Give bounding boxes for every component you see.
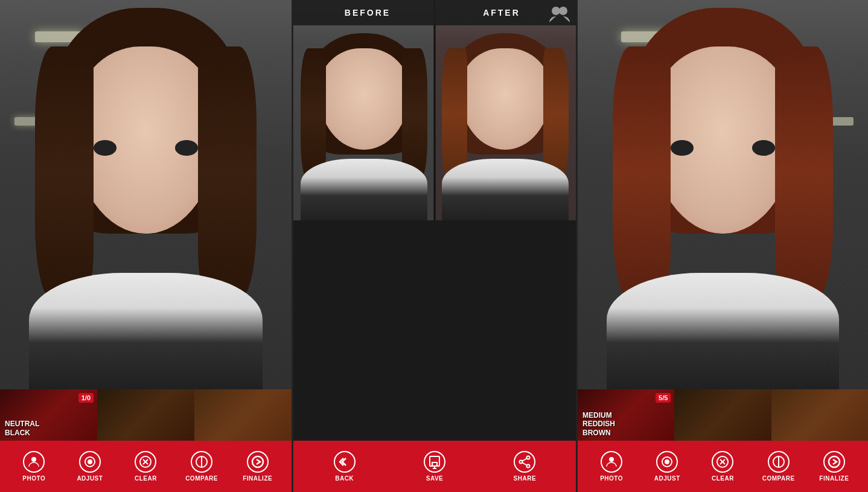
right-toolbar-photo[interactable]: PHOTO bbox=[593, 451, 630, 482]
svg-point-9 bbox=[552, 7, 560, 15]
color-label: NEUTRALBLACK bbox=[5, 420, 39, 437]
right-color-label: MEDIUMREDDISHBROWN bbox=[582, 411, 615, 437]
left-toolbar-finalize[interactable]: FINALIZE bbox=[240, 451, 276, 482]
svg-point-2 bbox=[88, 460, 92, 464]
left-toolbar-clear-label: CLEAR bbox=[135, 475, 157, 482]
left-toolbar-compare[interactable]: COMPARE bbox=[183, 451, 220, 482]
swatch-badge: 1/0 bbox=[78, 393, 94, 403]
svg-point-20 bbox=[665, 460, 669, 464]
left-photo-area bbox=[0, 0, 292, 389]
right-toolbar-clear-label: CLEAR bbox=[712, 475, 734, 482]
adjust-icon bbox=[79, 451, 101, 473]
center-dark-spacer bbox=[293, 220, 576, 441]
left-toolbar: PHOTO ADJUST bbox=[0, 441, 292, 492]
svg-line-17 bbox=[523, 463, 527, 465]
right-adjust-icon bbox=[656, 451, 678, 473]
compare-area: BEFORE AFTER bbox=[293, 0, 576, 220]
center-toolbar-save-label: SAVE bbox=[426, 475, 444, 482]
center-toolbar-share[interactable]: SHARE bbox=[506, 451, 543, 482]
right-toolbar-compare[interactable]: COMPARE bbox=[761, 451, 797, 482]
right-toolbar-adjust[interactable]: ADJUST bbox=[649, 451, 685, 482]
right-swatch-dark-brown[interactable] bbox=[674, 389, 771, 441]
center-toolbar-save[interactable]: SAVE bbox=[416, 451, 453, 482]
left-toolbar-photo-label: PHOTO bbox=[22, 475, 45, 482]
right-finalize-icon bbox=[823, 451, 845, 473]
right-toolbar-compare-label: COMPARE bbox=[762, 475, 795, 482]
left-toolbar-adjust-label: ADJUST bbox=[77, 475, 103, 482]
right-bottom-bar: 5/5 MEDIUMREDDISHBROWN PHOTO bbox=[578, 389, 868, 492]
left-panel: 1/0 NEUTRALBLACK PHOTO bbox=[0, 0, 292, 492]
svg-point-18 bbox=[609, 457, 614, 462]
right-photo-area bbox=[578, 0, 868, 389]
right-panel: 5/5 MEDIUMREDDISHBROWN PHOTO bbox=[578, 0, 868, 492]
left-toolbar-adjust[interactable]: ADJUST bbox=[72, 451, 108, 482]
right-toolbar-clear[interactable]: CLEAR bbox=[704, 451, 741, 482]
compare-icon bbox=[191, 451, 212, 473]
svg-rect-11 bbox=[430, 456, 439, 466]
center-toolbar: BACK SAVE bbox=[293, 441, 576, 492]
finalize-icon bbox=[247, 451, 269, 473]
left-toolbar-finalize-label: FINALIZE bbox=[243, 475, 272, 482]
back-icon bbox=[334, 451, 356, 473]
right-person-icon bbox=[601, 451, 622, 473]
left-toolbar-photo[interactable]: PHOTO bbox=[16, 451, 52, 482]
right-clear-icon bbox=[712, 451, 733, 473]
svg-point-26 bbox=[829, 456, 840, 467]
right-toolbar-photo-label: PHOTO bbox=[600, 475, 623, 482]
right-color-swatches: 5/5 MEDIUMREDDISHBROWN bbox=[578, 389, 868, 441]
right-toolbar-adjust-label: ADJUST bbox=[654, 475, 680, 482]
clear-icon bbox=[135, 451, 156, 473]
swatch-dark-brown[interactable] bbox=[97, 389, 194, 441]
compare-divider bbox=[434, 0, 436, 220]
left-toolbar-compare-label: COMPARE bbox=[185, 475, 218, 482]
svg-point-8 bbox=[252, 456, 263, 467]
svg-point-13 bbox=[527, 456, 530, 459]
center-toolbar-back-label: BACK bbox=[335, 475, 354, 482]
svg-line-16 bbox=[523, 459, 527, 461]
before-label: BEFORE bbox=[301, 8, 435, 18]
left-bottom-bar: 1/0 NEUTRALBLACK PHOTO bbox=[0, 389, 292, 492]
right-compare-icon bbox=[768, 451, 790, 473]
left-color-swatches: 1/0 NEUTRALBLACK bbox=[0, 389, 292, 441]
compare-after-photo bbox=[435, 0, 576, 220]
right-toolbar-finalize-label: FINALIZE bbox=[819, 475, 849, 482]
left-toolbar-clear[interactable]: CLEAR bbox=[127, 451, 164, 482]
svg-point-0 bbox=[31, 457, 36, 462]
share-icon bbox=[514, 451, 535, 473]
right-swatch-dark-red[interactable]: 5/5 MEDIUMREDDISHBROWN bbox=[578, 389, 674, 441]
person-icon bbox=[23, 451, 45, 473]
compare-person-icon[interactable] bbox=[548, 3, 570, 25]
right-swatch-badge: 5/5 bbox=[656, 393, 671, 403]
swatch-dark-red[interactable]: 1/0 NEUTRALBLACK bbox=[0, 389, 97, 441]
right-swatch-medium-brown[interactable] bbox=[771, 389, 868, 441]
svg-point-10 bbox=[559, 7, 567, 15]
center-panel: BEFORE AFTER bbox=[292, 0, 578, 492]
svg-point-14 bbox=[520, 461, 523, 464]
center-toolbar-back[interactable]: BACK bbox=[327, 451, 363, 482]
swatch-medium-brown[interactable] bbox=[194, 389, 292, 441]
save-icon bbox=[424, 451, 445, 473]
center-toolbar-share-label: SHARE bbox=[514, 475, 537, 482]
right-toolbar-finalize[interactable]: FINALIZE bbox=[816, 451, 852, 482]
right-toolbar: PHOTO ADJUST bbox=[578, 441, 868, 492]
svg-point-15 bbox=[527, 465, 530, 468]
compare-before-photo bbox=[293, 0, 435, 220]
